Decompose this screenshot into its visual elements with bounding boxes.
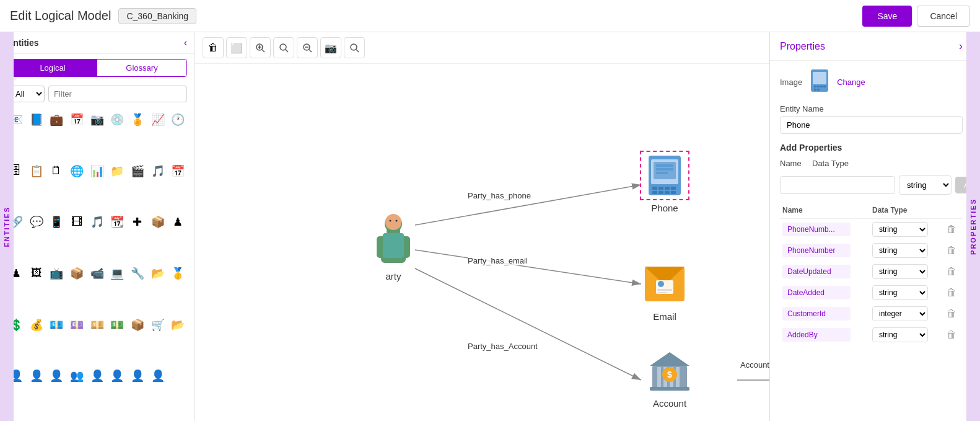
entity-icon-cell[interactable]: 📁: [108, 162, 126, 180]
entity-icon-cell[interactable]: 💵: [108, 316, 126, 334]
email-node[interactable]: Email: [640, 259, 689, 322]
entity-icon-cell[interactable]: 📅: [169, 162, 186, 180]
entities-tab-bar: Entities ‹: [0, 32, 195, 54]
svg-rect-20: [383, 233, 404, 258]
entity-icon-cell[interactable]: 🔧: [129, 265, 146, 282]
delete-property-button-4[interactable]: 🗑: [947, 308, 956, 319]
delete-property-button-5[interactable]: 🗑: [947, 329, 956, 340]
entity-icon-cell[interactable]: 📹: [89, 265, 106, 282]
entity-name-input[interactable]: [780, 116, 963, 134]
image-label: Image: [780, 78, 802, 87]
save-button[interactable]: Save: [862, 6, 912, 27]
delete-tool[interactable]: 🗑: [203, 37, 224, 58]
account-node[interactable]: $ Account: [645, 346, 694, 409]
entity-icon-cell[interactable]: 🏅: [129, 111, 146, 128]
svg-rect-35: [656, 168, 673, 171]
search-tool[interactable]: [344, 37, 365, 58]
entities-collapse-button[interactable]: ‹: [184, 37, 187, 48]
property-type-select-0[interactable]: string integer boolean date float: [872, 222, 928, 237]
model-name-badge: C_360_Banking: [118, 8, 196, 24]
property-type-select-5[interactable]: string integer boolean date float: [872, 327, 928, 342]
change-image-link[interactable]: Change: [837, 78, 865, 87]
entity-icon-cell[interactable]: 💰: [28, 316, 45, 334]
glossary-toggle[interactable]: Glossary: [97, 60, 186, 76]
entity-icon-cell[interactable]: 📅: [68, 111, 85, 128]
props-collapse-button[interactable]: ›: [959, 40, 963, 53]
select-tool[interactable]: ⬜: [226, 37, 247, 58]
zoom-fit-tool[interactable]: [273, 37, 294, 58]
entity-icon-cell[interactable]: 👤: [129, 367, 146, 384]
type-col-label: Data Type: [812, 159, 849, 168]
properties-vertical-label[interactable]: PROPERTIES: [966, 32, 980, 421]
entity-icon-cell[interactable]: 💻: [108, 265, 126, 282]
entity-icon-cell[interactable]: 🖼: [28, 265, 45, 282]
entity-icon-cell[interactable]: 👤: [28, 367, 45, 384]
entity-icon-cell[interactable]: 💷: [68, 316, 85, 334]
entity-icon-cell[interactable]: 📦: [149, 213, 167, 231]
property-row: PhoneNumb... string integer boolean date…: [780, 219, 963, 241]
entity-icon-cell[interactable]: 💬: [28, 213, 45, 231]
zoom-out-tool[interactable]: [297, 37, 318, 58]
svg-rect-34: [656, 164, 673, 167]
entity-icon-cell[interactable]: 📂: [149, 265, 167, 282]
svg-rect-32: [671, 191, 676, 194]
entity-icon-cell[interactable]: 🎵: [89, 213, 106, 231]
entity-icon-cell[interactable]: 💼: [48, 111, 65, 128]
entity-icon-cell[interactable]: 📷: [89, 111, 106, 128]
entity-icon-cell[interactable]: 🗒: [48, 162, 65, 180]
filter-input[interactable]: [48, 86, 187, 102]
delete-property-button-3[interactable]: 🗑: [947, 287, 956, 298]
entity-icon-cell[interactable]: 📈: [149, 111, 167, 128]
entity-icon-cell[interactable]: 📋: [28, 162, 45, 180]
entity-icon-cell[interactable]: 💿: [108, 111, 126, 128]
svg-rect-36: [656, 172, 668, 174]
property-type-select-4[interactable]: string integer boolean date float: [872, 306, 928, 321]
entity-icon-cell[interactable]: 💶: [48, 316, 65, 334]
entity-icon-cell[interactable]: 📦: [68, 265, 85, 282]
entity-icon-cell[interactable]: ✚: [129, 213, 146, 231]
party-icon: [369, 213, 418, 268]
cancel-button[interactable]: Cancel: [917, 6, 970, 27]
logical-toggle[interactable]: Logical: [8, 60, 97, 76]
delete-property-button-0[interactable]: 🗑: [947, 224, 956, 235]
entity-icon-cell[interactable]: 📱: [48, 213, 65, 231]
entity-icon-cell[interactable]: 📊: [89, 162, 106, 180]
entity-icon-cell[interactable]: 📺: [48, 265, 65, 282]
party-node[interactable]: arty: [369, 213, 418, 281]
entity-icon-cell[interactable]: 🎵: [149, 162, 167, 180]
property-type-select-2[interactable]: string integer boolean date float: [872, 264, 928, 279]
entity-icon-cell[interactable]: 📆: [108, 213, 126, 231]
zoom-in-tool[interactable]: [250, 37, 271, 58]
entity-icon-cell[interactable]: 👤: [108, 367, 126, 384]
entity-icon-cell[interactable]: 🎞: [68, 213, 85, 231]
screenshot-tool[interactable]: 📷: [320, 37, 341, 58]
delete-property-button-2[interactable]: 🗑: [947, 266, 956, 277]
canvas-toolbar: 🗑 ⬜ 📷: [195, 32, 769, 64]
entity-icon-cell[interactable]: 👤: [48, 367, 65, 384]
svg-point-21: [390, 220, 392, 222]
phone-small-icon: [810, 68, 829, 93]
entity-icon-cell[interactable]: 🕐: [169, 111, 186, 128]
entity-icon-cell[interactable]: 👤: [149, 367, 167, 384]
entity-icon-cell[interactable]: 👤: [89, 367, 106, 384]
new-property-name-input[interactable]: [780, 176, 895, 194]
entity-icon-cell[interactable]: 🎬: [129, 162, 146, 180]
entity-icon-cell[interactable]: 📦: [129, 316, 146, 334]
entity-icon-cell[interactable]: 🥇: [169, 265, 186, 282]
entity-icon-cell[interactable]: 👥: [68, 367, 85, 384]
rel-party-phone-label: Party_has_phone: [468, 191, 531, 200]
entity-icon-cell[interactable]: 🌐: [68, 162, 85, 180]
entity-icon-cell[interactable]: 📂: [169, 316, 186, 334]
new-property-type-select[interactable]: string integer boolean date float: [899, 175, 952, 195]
phone-node[interactable]: Phone: [640, 151, 689, 213]
property-type-select-1[interactable]: string integer boolean date float: [872, 243, 928, 258]
delete-property-button-1[interactable]: 🗑: [947, 245, 956, 256]
svg-rect-27: [665, 187, 670, 190]
entity-icon-cell[interactable]: 🛒: [149, 316, 167, 334]
entity-icon-cell[interactable]: 💴: [89, 316, 106, 334]
property-type-select-3[interactable]: string integer boolean date float: [872, 285, 928, 300]
entity-icon-cell[interactable]: ♟: [169, 213, 186, 231]
add-properties-title: Add Properties: [780, 143, 963, 153]
diagram-canvas[interactable]: Party_has_phone Party_has_email Party_ha…: [195, 64, 769, 421]
entity-icon-cell[interactable]: 📘: [28, 111, 45, 128]
